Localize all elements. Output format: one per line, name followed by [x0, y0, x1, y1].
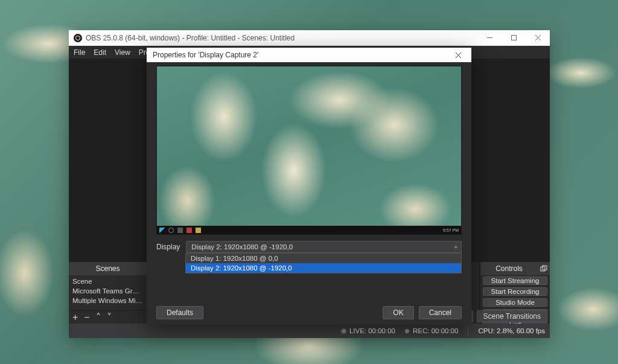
menu-edit[interactable]: Edit: [94, 48, 106, 57]
obs-window-title: OBS 25.0.8 (64-bit, windows) - Profile: …: [86, 34, 477, 42]
rec-dot-icon: [405, 329, 409, 333]
controls-header: Controls: [480, 262, 538, 275]
defaults-button[interactable]: Defaults: [156, 306, 203, 319]
scene-item[interactable]: Microsoft Teams Green Screen: [69, 286, 147, 296]
status-bar: LIVE: 00:00:00 REC: 00:00:00 CPU: 2.8%, …: [69, 324, 550, 338]
explorer-icon: [196, 228, 201, 233]
windows-start-icon: [159, 228, 165, 233]
taskview-icon: [177, 228, 183, 233]
cortana-icon: [168, 228, 174, 233]
taskbar-app-icon: [186, 228, 192, 233]
start-streaming-button[interactable]: Start Streaming: [483, 276, 547, 285]
menu-file[interactable]: File: [74, 48, 85, 57]
close-button[interactable]: [526, 30, 550, 45]
obs-app-icon: [74, 34, 82, 42]
obs-titlebar[interactable]: OBS 25.0.8 (64-bit, windows) - Profile: …: [69, 30, 550, 46]
menu-view[interactable]: View: [115, 48, 130, 57]
add-scene-icon[interactable]: +: [72, 313, 78, 322]
capture-preview: 9:57 PM: [156, 66, 462, 235]
scenes-panel: Scenes Scene Microsoft Teams Green Scree…: [69, 262, 147, 324]
scene-down-icon[interactable]: ˅: [107, 313, 112, 322]
display-option-2[interactable]: Display 2: 1920x1080 @ -1920,0: [186, 263, 461, 273]
preview-clock: 9:57 PM: [443, 228, 459, 232]
studio-mode-button[interactable]: Studio Mode: [483, 298, 547, 307]
start-recording-button[interactable]: Start Recording: [483, 287, 547, 296]
scene-up-icon[interactable]: ˄: [96, 313, 101, 322]
display-label: Display: [156, 243, 180, 251]
display-select[interactable]: Display 2: 1920x1080 @ -1920,0: [186, 241, 462, 253]
properties-titlebar[interactable]: Properties for 'Display Capture 2': [147, 48, 471, 62]
svg-rect-0: [511, 36, 516, 40]
scene-transitions-button[interactable]: Scene Transitions: [477, 310, 547, 322]
dialog-close-button[interactable]: [447, 48, 469, 62]
rec-status: REC: 00:00:00: [405, 327, 458, 334]
status-divider: [468, 327, 468, 335]
popout-icon[interactable]: [538, 262, 550, 275]
maximize-button[interactable]: [502, 30, 526, 45]
cpu-status: CPU: 2.8%, 60.00 fps: [478, 327, 545, 334]
scenes-list[interactable]: Scene Microsoft Teams Green Screen Multi…: [69, 275, 147, 310]
cancel-button[interactable]: Cancel: [419, 306, 462, 319]
scenes-toolbar: + − ˄ ˅: [69, 310, 147, 324]
display-option-1[interactable]: Display 1: 1920x1080 @ 0,0: [186, 254, 461, 263]
ok-button[interactable]: OK: [383, 306, 413, 319]
remove-scene-icon[interactable]: −: [84, 313, 89, 322]
properties-title: Properties for 'Display Capture 2': [153, 51, 447, 59]
scene-item[interactable]: Multiple Windows Microsoft Te: [69, 296, 147, 305]
preview-taskbar: 9:57 PM: [157, 226, 461, 234]
properties-dialog: Properties for 'Display Capture 2' 9:57 …: [147, 48, 471, 324]
minimize-button[interactable]: [477, 30, 502, 45]
scenes-header: Scenes: [69, 262, 147, 275]
display-dropdown-list[interactable]: Display 1: 1920x1080 @ 0,0 Display 2: 19…: [185, 253, 462, 273]
scene-item[interactable]: Scene: [69, 276, 147, 286]
live-dot-icon: [342, 329, 346, 333]
live-status: LIVE: 00:00:00: [342, 327, 395, 334]
